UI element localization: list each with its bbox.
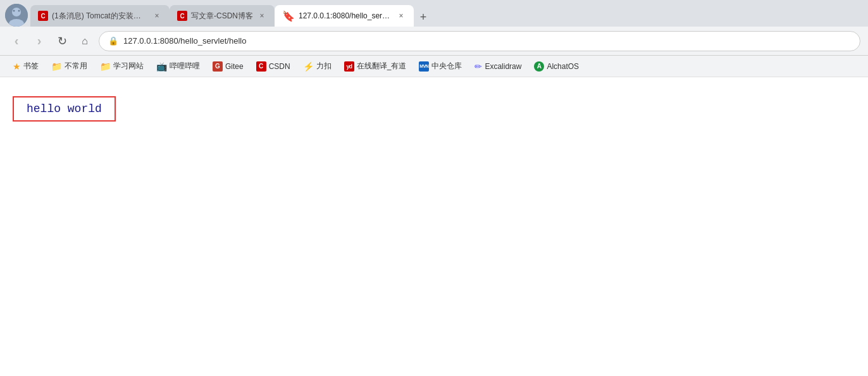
bookmark-maven-label: 中央仓库 xyxy=(431,61,462,72)
bookmark-study-label: 学习网站 xyxy=(113,61,144,72)
bookmark-youdao[interactable]: yd 在线翻译_有道 xyxy=(339,58,412,74)
bookmark-leetcode[interactable]: ⚡ 力扣 xyxy=(298,58,337,74)
tab2-favicon: C xyxy=(177,11,187,21)
tab1-favicon: C xyxy=(38,11,48,21)
bookmark-alchatos-label: AlchatOS xyxy=(547,62,579,71)
maven-icon: MVN xyxy=(419,61,429,72)
hello-box: hello world xyxy=(13,96,116,122)
svg-point-1 xyxy=(12,8,21,16)
url-text: 127.0.0.1:8080/hello_servlet/hello xyxy=(123,36,246,46)
bookmark-bilibili-label: 哔哩哔哩 xyxy=(170,61,200,72)
bookmark-uncommon-label: 不常用 xyxy=(65,61,87,72)
bilibili-icon: 📺 xyxy=(156,61,167,72)
excalidraw-icon: ✏ xyxy=(474,61,482,72)
nav-bar: ‹ › ↻ ⌂ 🔒 127.0.0.1:8080/hello_servlet/h… xyxy=(0,27,868,56)
youdao-icon: yd xyxy=(344,61,354,72)
tab1-close[interactable]: × xyxy=(152,11,162,21)
back-button[interactable]: ‹ xyxy=(8,32,25,50)
bookmark-csdn[interactable]: C CSDN xyxy=(251,59,295,74)
leetcode-icon: ⚡ xyxy=(303,61,314,72)
home-icon: ⌂ xyxy=(82,35,88,47)
page-content: hello world xyxy=(0,77,868,356)
csdn-icon: C xyxy=(256,61,266,72)
svg-point-4 xyxy=(18,10,20,12)
lock-icon: 🔒 xyxy=(108,36,118,46)
tab3-close[interactable]: × xyxy=(396,11,406,21)
bookmark-study[interactable]: 📁 学习网站 xyxy=(95,58,149,74)
folder-uncommon-icon: 📁 xyxy=(51,61,62,72)
tab-tomcat[interactable]: C (1条消息) Tomcat的安装与使用,h... × xyxy=(30,5,170,27)
tab3-favicon: 🔖 xyxy=(282,10,295,22)
bookmark-gitee[interactable]: G Gitee xyxy=(208,59,249,74)
bookmark-alchatos[interactable]: A AlchatOS xyxy=(529,59,584,74)
reload-button[interactable]: ↻ xyxy=(53,32,71,50)
bookmarks-bar: ★ 书签 📁 不常用 📁 学习网站 📺 哔哩哔哩 G Gitee C CSDN xyxy=(0,56,868,77)
bookmark-bilibili[interactable]: 📺 哔哩哔哩 xyxy=(151,58,205,74)
bookmark-gitee-label: Gitee xyxy=(225,62,244,71)
bookmark-leetcode-label: 力扣 xyxy=(316,61,332,72)
add-tab-button[interactable]: + xyxy=(414,8,433,27)
bookmark-youdao-label: 在线翻译_有道 xyxy=(357,61,407,72)
gitee-icon: G xyxy=(213,61,223,72)
tab-hello-servlet[interactable]: 🔖 127.0.0.1:8080/hello_servlet/he... × xyxy=(275,5,414,27)
bookmark-favorites[interactable]: ★ 书签 xyxy=(8,58,44,74)
home-button[interactable]: ⌂ xyxy=(76,32,94,50)
forward-icon: › xyxy=(37,34,42,48)
tab3-title: 127.0.0.1:8080/hello_servlet/he... xyxy=(299,11,392,20)
bookmark-uncommon[interactable]: 📁 不常用 xyxy=(46,58,92,74)
browser-chrome: C (1条消息) Tomcat的安装与使用,h... × C 写文章-CSDN博… xyxy=(0,0,868,77)
star-icon: ★ xyxy=(13,61,21,72)
reload-icon: ↻ xyxy=(58,34,67,48)
bookmark-favorites-label: 书签 xyxy=(23,61,39,72)
tab2-close[interactable]: × xyxy=(257,11,267,21)
tab1-title: (1条消息) Tomcat的安装与使用,h... xyxy=(52,11,148,22)
avatar[interactable] xyxy=(5,4,28,27)
bookmark-maven[interactable]: MVN 中央仓库 xyxy=(414,58,467,74)
folder-study-icon: 📁 xyxy=(100,61,111,72)
bookmark-excalidraw-label: Excalidraw xyxy=(485,62,521,71)
tab2-title: 写文章-CSDN博客 xyxy=(191,11,253,22)
tabs-container: C (1条消息) Tomcat的安装与使用,h... × C 写文章-CSDN博… xyxy=(30,5,868,27)
profile-area xyxy=(0,4,28,27)
back-icon: ‹ xyxy=(15,34,19,48)
hello-text: hello world xyxy=(27,103,102,115)
bookmark-csdn-label: CSDN xyxy=(269,62,290,71)
address-bar[interactable]: 🔒 127.0.0.1:8080/hello_servlet/hello xyxy=(99,31,860,51)
tab-csdn-write[interactable]: C 写文章-CSDN博客 × xyxy=(170,5,275,27)
tab-bar: C (1条消息) Tomcat的安装与使用,h... × C 写文章-CSDN博… xyxy=(0,0,868,27)
alchatos-icon: A xyxy=(534,61,544,72)
svg-point-3 xyxy=(13,10,15,12)
bookmark-excalidraw[interactable]: ✏ Excalidraw xyxy=(469,59,526,74)
forward-button[interactable]: › xyxy=(30,32,48,50)
